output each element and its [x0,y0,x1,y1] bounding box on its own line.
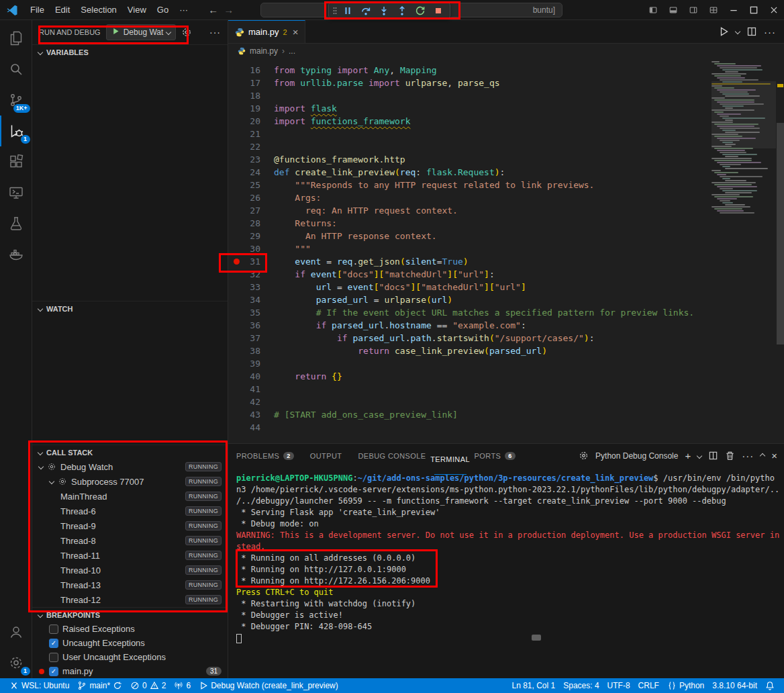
callstack-item[interactable]: Thread-9RUNNING [32,518,228,533]
code-text[interactable] [260,421,274,434]
panel-tab-problems[interactable]: PROBLEMS2 [228,444,302,467]
gutter[interactable] [228,357,244,370]
menu-[interactable]: ··· [174,3,193,17]
step-over-button[interactable] [358,3,374,18]
line-number[interactable]: 25 [244,179,260,191]
terminal-scroll-indicator[interactable] [532,635,541,641]
back-icon[interactable]: ← [208,4,218,15]
code-text[interactable]: if event["docs"]["matchedUrl"]["url"]: [260,268,495,281]
gutter[interactable] [228,77,244,89]
breakpoint-dot[interactable] [234,259,240,265]
customize-layout-icon[interactable] [703,0,724,20]
terminal-dropdown-icon[interactable] [697,453,702,458]
breakpoint-item[interactable]: ✓main.py31 [32,664,228,678]
gutter[interactable] [228,281,244,293]
code-text[interactable]: """Responds to any HTTP request related … [260,179,594,191]
breakpoint-checkbox[interactable] [49,625,58,634]
callstack-item[interactable]: MainThreadRUNNING [32,489,228,504]
gutter[interactable] [228,332,244,344]
gutter[interactable] [228,102,244,115]
activity-source-control[interactable]: 1K+ [0,85,32,116]
breakpoint-item[interactable]: ✓Uncaught Exceptions [32,636,228,650]
line-number[interactable]: 36 [244,319,260,332]
code-text[interactable]: event = req.get_json(silent=True) [260,255,469,268]
gutter[interactable] [228,204,244,217]
code-text[interactable]: import functions_framework [260,115,411,128]
line-number[interactable]: 37 [244,332,260,344]
line-number[interactable]: 28 [244,217,260,230]
start-debug-icon[interactable] [111,27,120,38]
code-text[interactable]: Args: [260,191,321,204]
branch-status[interactable]: main* [73,678,126,693]
toggle-panel-icon[interactable] [663,0,683,20]
activity-docker[interactable] [0,239,32,270]
kill-terminal-icon[interactable] [725,451,735,461]
debug-status[interactable]: Debug Watch (create_link_preview) [195,678,342,693]
panel-more-actions-icon[interactable]: ··· [742,450,754,461]
activity-extensions[interactable] [0,146,32,177]
editor-scrollbar[interactable] [777,58,784,443]
line-number[interactable]: 42 [244,396,260,408]
toggle-sidebar-icon[interactable] [643,0,663,20]
gutter[interactable] [228,64,244,77]
callstack-item[interactable]: Thread-11RUNNING [32,548,228,563]
line-number[interactable]: 39 [244,357,260,370]
line-number[interactable]: 26 [244,191,260,204]
line-number[interactable]: 18 [244,89,260,102]
run-file-button[interactable] [718,26,729,37]
panel-tab-debug-console[interactable]: DEBUG CONSOLE [350,444,434,467]
gutter[interactable] [228,166,244,179]
gutter[interactable] [228,89,244,102]
code-text[interactable]: req: An HTTP request context. [260,204,458,217]
eol[interactable]: CRLF [634,678,663,693]
gutter[interactable] [228,255,244,268]
editor-more-actions-icon[interactable]: ··· [764,26,776,38]
step-out-button[interactable] [394,3,410,18]
step-into-button[interactable] [376,3,392,18]
split-editor-icon[interactable] [746,26,757,37]
gutter[interactable] [228,217,244,230]
minimap[interactable] [712,61,776,424]
line-number[interactable]: 23 [244,153,260,166]
debug-config-dropdown[interactable]: Debug Wat [106,24,177,40]
maximize-button[interactable] [744,0,764,20]
breakpoints-section-header[interactable]: BREAKPOINTS [32,607,228,622]
forward-icon[interactable]: → [224,4,234,15]
gutter[interactable] [228,370,244,383]
gutter[interactable] [228,230,244,242]
panel-tab-ports[interactable]: PORTS6 [467,444,524,467]
gutter[interactable] [228,242,244,255]
menu-edit[interactable]: Edit [50,3,75,17]
language-mode[interactable]: Python [663,678,708,693]
line-number[interactable]: 24 [244,166,260,179]
minimize-button[interactable] [724,0,744,20]
tab-close-icon[interactable]: × [293,26,299,38]
code-text[interactable]: from urllib.parse import urlparse, parse… [260,77,500,89]
breakpoint-item[interactable]: Raised Exceptions [32,622,228,636]
callstack-section-header[interactable]: CALL STACK [32,445,228,459]
line-number[interactable]: 43 [244,408,260,421]
activity-accounts[interactable] [0,616,32,647]
code-text[interactable]: def create_link_preview(req: flask.Reque… [260,166,505,179]
gutter[interactable] [228,421,244,434]
line-number[interactable]: 44 [244,421,260,434]
gutter[interactable] [228,408,244,421]
code-text[interactable]: if parsed_url.path.startswith("/support/… [260,332,594,344]
line-number[interactable]: 21 [244,128,260,140]
gutter[interactable] [228,115,244,128]
gutter[interactable] [228,319,244,332]
line-number[interactable]: 22 [244,140,260,153]
code-text[interactable]: url = event["docs"]["matchedUrl"]["url"] [260,281,526,293]
watch-section-header[interactable]: WATCH [32,301,228,316]
menu-selection[interactable]: Selection [75,3,121,17]
launch-config-gear-icon[interactable] [181,27,192,38]
variables-section-header[interactable]: VARIABLES [32,44,228,59]
code-text[interactable]: return {} [260,370,342,383]
breakpoint-checkbox[interactable]: ✓ [49,639,58,648]
stop-button[interactable] [430,3,446,18]
callstack-item[interactable]: Thread-10RUNNING [32,563,228,578]
gutter[interactable] [228,191,244,204]
callstack-item[interactable]: Thread-12RUNNING [32,592,228,607]
code-area[interactable]: 16from typing import Any, Mapping17from … [228,58,784,434]
close-button[interactable] [764,0,784,20]
